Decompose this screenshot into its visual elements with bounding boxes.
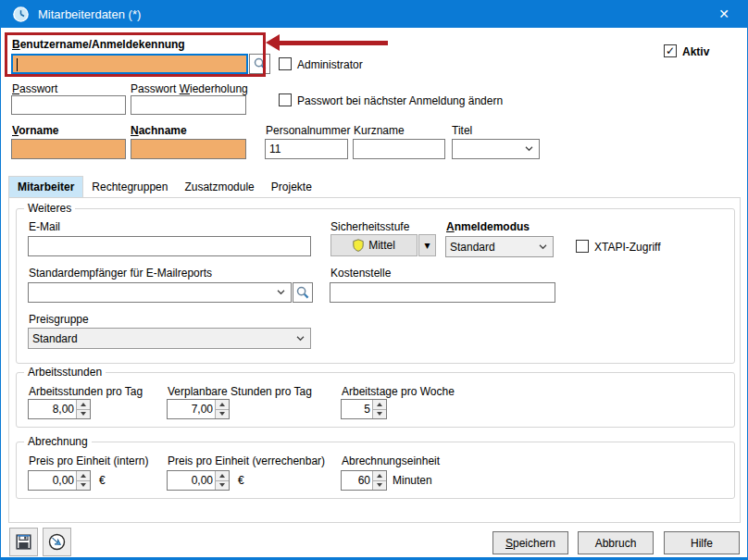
sicherheitsstufe-button[interactable]: Mittel <box>330 234 418 256</box>
spinner-up-icon[interactable] <box>77 471 90 480</box>
window-title: Mitarbeiterdaten (*) <box>38 7 141 21</box>
abrechnungseinheit-input[interactable] <box>342 471 372 490</box>
preis-intern-spinner <box>28 470 91 491</box>
arbeitsstunden-group-label: Arbeitsstunden <box>24 366 106 379</box>
spinner-up-icon[interactable] <box>216 471 229 480</box>
annotation-arrow <box>279 41 388 45</box>
titel-dropdown[interactable] <box>452 139 540 159</box>
preis-verrechenbar-spinner <box>167 470 230 491</box>
abrechnungseinheit-unit: Minuten <box>393 474 432 487</box>
arbeitstage-label: Arbeitstage pro Woche <box>342 385 455 398</box>
kostenstelle-input[interactable] <box>330 282 555 303</box>
mitarbeiterdaten-dialog: Mitarbeiterdaten (*) ✕ Benutzername/Anme… <box>0 0 748 560</box>
sicherheitsstufe-value: Mittel <box>368 239 395 252</box>
spinner-down-icon[interactable] <box>373 480 386 491</box>
preis-verrechenbar-input[interactable] <box>168 471 215 490</box>
arbeitstage-input[interactable] <box>342 400 372 418</box>
preis-verrechenbar-label: Preis pro Einheit (verrechenbar) <box>168 454 325 467</box>
arbeitsstunden-pro-tag-spinner <box>28 399 91 419</box>
tab-rechtegruppen[interactable]: Rechtegruppen <box>83 177 176 198</box>
arbeitsstunden-pro-tag-label: Arbeitsstunden pro Tag <box>29 385 143 398</box>
preisgruppe-label: Preisgruppe <box>29 313 89 326</box>
anmeldemodus-value: Standard <box>450 241 495 254</box>
spinner-up-icon[interactable] <box>373 471 386 480</box>
password-input[interactable] <box>11 95 126 115</box>
verplanbare-stunden-spinner <box>167 399 230 419</box>
spinner-down-icon[interactable] <box>77 480 90 491</box>
empfaenger-dropdown[interactable] <box>28 282 292 303</box>
xtapi-label: XTAPI-Zugriff <box>594 241 661 254</box>
anmeldemodus-label: Anmeldemodus <box>446 220 530 233</box>
clock-icon <box>13 6 29 22</box>
aktiv-label: Aktiv <box>682 45 709 58</box>
kurzname-input[interactable] <box>353 139 445 159</box>
chevron-down-icon <box>539 242 547 250</box>
password-repeat-input[interactable] <box>131 95 246 115</box>
abrechnung-group-label: Abrechnung <box>24 435 92 448</box>
email-input[interactable] <box>28 236 311 256</box>
search-icon <box>296 286 309 299</box>
xtapi-checkbox[interactable] <box>576 240 589 253</box>
preisgruppe-dropdown[interactable]: Standard <box>28 328 311 349</box>
sicherheitsstufe-label: Sicherheitsstufe <box>330 220 409 233</box>
text-caret <box>17 58 18 71</box>
tab-zusatzmodule[interactable]: Zusatzmodule <box>176 177 262 198</box>
administrator-label: Administrator <box>297 58 363 71</box>
kostenstelle-label: Kostenstelle <box>330 267 391 280</box>
sicherheitsstufe-splitbutton: Mittel ▾ <box>330 234 436 256</box>
save-button[interactable]: Speichern <box>492 531 568 554</box>
login-tool-button[interactable] <box>43 528 71 556</box>
spinner-down-icon[interactable] <box>216 480 229 491</box>
password-change-checkbox[interactable] <box>279 93 292 106</box>
password-change-label: Passwort bei nächster Anmeldung ändern <box>297 94 503 107</box>
empfaenger-search-button[interactable] <box>293 282 313 303</box>
preisgruppe-value: Standard <box>32 332 78 345</box>
username-input[interactable] <box>11 54 248 74</box>
close-icon[interactable]: ✕ <box>701 0 747 28</box>
shield-icon <box>353 239 364 252</box>
spinner-down-icon[interactable] <box>373 409 386 419</box>
chevron-down-icon <box>277 288 285 296</box>
vorname-input[interactable] <box>11 139 126 159</box>
spinner-up-icon[interactable] <box>216 400 229 409</box>
annotation-arrow-head <box>266 34 280 51</box>
spinner-down-icon[interactable] <box>77 409 90 419</box>
titel-label: Titel <box>452 124 472 137</box>
anmeldemodus-dropdown[interactable]: Standard <box>445 236 554 257</box>
abrechnungseinheit-label: Abrechnungseinheit <box>342 454 440 467</box>
preis-intern-input[interactable] <box>29 471 76 490</box>
verplanbare-stunden-input[interactable] <box>168 400 215 418</box>
arbeitstage-spinner <box>341 399 387 419</box>
chevron-down-icon <box>525 144 533 153</box>
abrechnungseinheit-spinner <box>341 470 387 491</box>
password-repeat-label: Passwort Wiederholung <box>131 82 248 95</box>
kurzname-label: Kurzname <box>354 124 405 137</box>
floppy-disk-icon <box>16 534 31 550</box>
arbeitsstunden-pro-tag-input[interactable] <box>29 400 76 418</box>
cancel-button[interactable]: Abbruch <box>578 531 654 554</box>
password-label: Passwort <box>12 82 57 95</box>
personalnummer-input[interactable] <box>265 139 348 159</box>
verplanbare-stunden-label: Verplanbare Stunden pro Tag <box>168 385 312 398</box>
administrator-checkbox[interactable] <box>279 57 292 70</box>
preis-intern-currency: € <box>99 474 106 487</box>
help-button[interactable]: Hilfe <box>664 531 740 554</box>
nachname-input[interactable] <box>131 139 246 159</box>
spinner-up-icon[interactable] <box>373 400 386 409</box>
aktiv-checkbox[interactable]: ✓ <box>664 44 677 57</box>
spinner-down-icon[interactable] <box>216 409 229 419</box>
personalnummer-label: Personalnummer <box>266 124 350 137</box>
vorname-label: Vorname <box>12 124 58 137</box>
username-search-button[interactable] <box>249 54 270 74</box>
preis-verrechenbar-currency: € <box>238 474 244 487</box>
weiteres-group-label: Weiteres <box>24 202 75 215</box>
save-tool-button[interactable] <box>9 528 38 556</box>
tab-projekte[interactable]: Projekte <box>263 177 320 198</box>
empfaenger-label: Standardempfänger für E-Mailreports <box>29 267 212 280</box>
circle-arrow-icon <box>48 533 66 551</box>
spinner-up-icon[interactable] <box>77 400 90 409</box>
sicherheitsstufe-dropdown-button[interactable]: ▾ <box>418 234 436 256</box>
tab-mitarbeiter[interactable]: Mitarbeiter <box>8 176 83 198</box>
username-label: Benutzername/Anmeldekennung <box>12 38 185 51</box>
email-label: E-Mail <box>29 220 60 233</box>
